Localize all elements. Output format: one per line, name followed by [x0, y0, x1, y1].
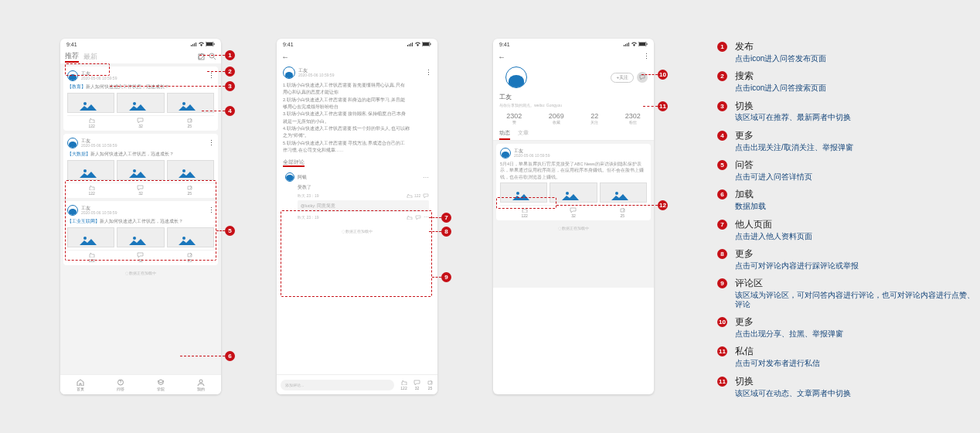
tab-latest[interactable]: 最新	[83, 52, 97, 62]
svg-point-16	[199, 380, 202, 383]
svg-rect-1	[206, 43, 213, 46]
anno-8: 8	[441, 227, 451, 237]
commenter-name: 阿银	[298, 175, 307, 179]
avatar[interactable]	[500, 148, 511, 159]
svg-point-7	[182, 102, 185, 105]
nav-wenda[interactable]: ?问答	[117, 379, 124, 391]
comment-item: 阿银 ⋯ 受教了 昨天 23：19 122 @lucky: 同意简意 昨天 23…	[281, 169, 433, 224]
loading-indicator: ◌ 数据正在加载中	[496, 223, 651, 233]
like-button[interactable]: 122	[88, 185, 95, 196]
profile-bio: 与你分享我的观点。weibo: Gongyou	[499, 103, 654, 107]
card-title: 【教育】新人如何快速进入工作状态，迅速成长？	[67, 84, 214, 90]
comment-reply: @lucky: 同意简意	[298, 200, 429, 212]
anno-12: 12	[658, 200, 668, 210]
tab-article[interactable]: 文章	[518, 129, 529, 140]
status-indicators	[191, 42, 215, 46]
svg-rect-21	[639, 43, 645, 46]
svg-point-23	[516, 192, 519, 195]
svg-rect-18	[423, 43, 429, 46]
feed-scroll[interactable]: 工友 2020-05-06 10:59:59 ⋮ 【教育】新人如何快速进入工作状…	[60, 63, 221, 374]
phone-detail: 9:41 ← 工友2020-05-06 10:59:59 ⋮ 1.职场小白快速进…	[277, 39, 437, 394]
share-button[interactable]: 25	[186, 185, 193, 196]
detail-header: ←	[277, 49, 437, 63]
loading-indicator: ◌ 数据正在加载中	[63, 268, 218, 278]
stat-item[interactable]: 22关注	[590, 112, 598, 124]
tab-moments[interactable]: 动态	[499, 129, 510, 140]
svg-rect-22	[647, 43, 648, 45]
tab-recommend[interactable]: 推荐	[65, 51, 79, 63]
stat-item[interactable]: 2302赞	[506, 112, 522, 124]
image-placeholder	[117, 93, 164, 113]
stat-item[interactable]: 2069收藏	[549, 112, 564, 124]
share-button[interactable]: 25	[186, 252, 193, 263]
svg-point-6	[133, 102, 136, 105]
author-avatar[interactable]	[283, 66, 295, 79]
profile-feed[interactable]: 工友2020-05-06 10:59:59 5月4日，苹果首席执行官库克接受了A…	[493, 141, 654, 288]
anno-9: 9	[441, 272, 451, 282]
comment-ts: 昨天 23：19	[298, 193, 319, 198]
post-date: 2020-05-06 10:59:59	[81, 76, 117, 80]
nav-study[interactable]: 学院	[157, 379, 165, 391]
avatar[interactable]	[67, 138, 78, 148]
comment-more-icon[interactable]: ⋯	[423, 174, 429, 181]
like-button[interactable]: 122	[521, 207, 528, 218]
svg-point-12	[133, 237, 136, 240]
feed-tabs: 推荐 最新	[60, 49, 221, 63]
profile-more-icon[interactable]: ⋮	[643, 53, 649, 60]
image-placeholder	[67, 93, 114, 113]
comments-heading: 全部评论	[277, 159, 437, 166]
like-button[interactable]: 122	[88, 252, 95, 263]
comment-button[interactable]: 32	[137, 185, 144, 196]
svg-point-25	[615, 192, 618, 195]
bottom-nav: 首页 ?问答 学院 我的	[60, 374, 221, 394]
stat-item[interactable]: 2302粉丝	[625, 112, 641, 124]
answer-body: 1.职场小白快速进入工作状态需要 首先要懂得用心认真,只有用心和认真的态度才能让…	[283, 82, 431, 154]
anno-4: 4	[225, 106, 235, 116]
avatar[interactable]	[67, 70, 78, 81]
loading-indicator: ◌ 数据正在加载中	[277, 227, 437, 236]
anno-11: 11	[658, 101, 668, 111]
anno-5: 5	[225, 226, 235, 236]
nav-me[interactable]: 我的	[197, 379, 205, 391]
anno-10: 10	[658, 70, 668, 80]
anno-7: 7	[441, 213, 451, 223]
card-more-icon[interactable]: ⋮	[208, 139, 214, 147]
search-icon[interactable]	[209, 53, 216, 60]
feed-card[interactable]: 工友2020-05-06 10:59:59 ⋮ 【大数据】新人如何快速进入工作状…	[63, 134, 218, 198]
bar-like[interactable]: 122	[400, 380, 407, 390]
back-icon[interactable]: ←	[498, 53, 505, 61]
share-button[interactable]: 25	[186, 118, 193, 128]
feed-card[interactable]: 工友2020-05-06 10:59:59 ⋮ 【工业互联网】新人如何快速进入工…	[63, 201, 218, 265]
comment-button[interactable]: 32	[137, 252, 144, 263]
svg-point-24	[566, 192, 569, 195]
svg-point-10	[182, 169, 185, 172]
detail-more-icon[interactable]: ⋮	[425, 69, 431, 77]
comment-button[interactable]: 32	[570, 207, 577, 218]
comment-input[interactable]: 添加评论...	[281, 380, 394, 390]
diagram-stage: { "status_time":"9:41", "tabs":{"recomme…	[0, 0, 980, 433]
commenter-avatar[interactable]	[285, 172, 294, 182]
status-bar: 9:41	[60, 39, 221, 49]
bar-comment[interactable]: 32	[413, 380, 420, 390]
svg-point-5	[83, 102, 87, 105]
answer-detail: 工友2020-05-06 10:59:59 ⋮ 1.职场小白快速进入工作状态需要…	[277, 66, 437, 154]
follow-button[interactable]: +关注	[611, 73, 634, 83]
anno-1: 1	[225, 50, 235, 60]
image-row	[67, 93, 214, 113]
share-button[interactable]: 25	[619, 207, 626, 218]
comment-button[interactable]: 32	[137, 118, 144, 128]
bar-share[interactable]: 25	[427, 380, 434, 390]
back-icon[interactable]: ←	[281, 53, 289, 61]
card-more-icon[interactable]: ⋮	[208, 72, 214, 80]
feed-card[interactable]: 工友2020-05-06 10:59:59 5月4日，苹果首席执行官库克接受了A…	[496, 144, 651, 220]
svg-text:?: ?	[120, 380, 122, 384]
svg-point-11	[83, 237, 87, 240]
profile-avatar[interactable]	[505, 66, 527, 88]
like-button[interactable]: 122	[88, 118, 95, 128]
avatar[interactable]	[67, 205, 78, 216]
nav-home[interactable]: 首页	[77, 379, 84, 391]
feed-card[interactable]: 工友 2020-05-06 10:59:59 ⋮ 【教育】新人如何快速进入工作状…	[63, 66, 218, 131]
compose-icon[interactable]	[198, 53, 206, 60]
card-more-icon[interactable]: ⋮	[208, 206, 214, 214]
action-bar: 122 32 25	[67, 115, 214, 128]
